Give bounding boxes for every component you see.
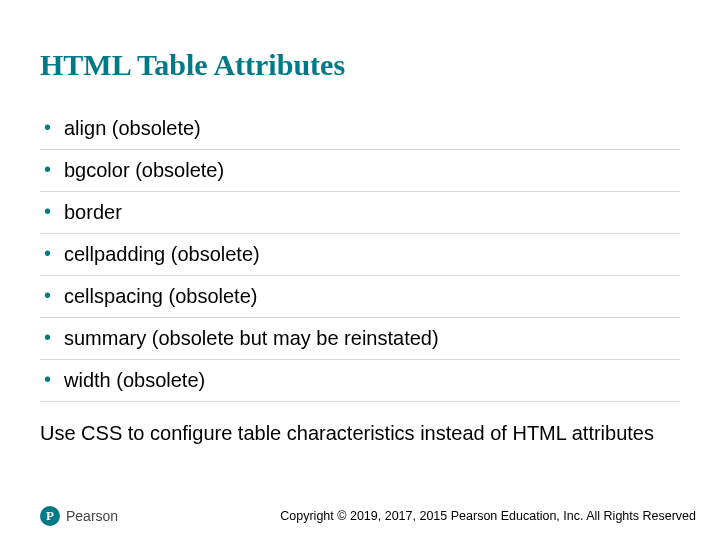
slide-title: HTML Table Attributes — [40, 48, 680, 82]
list-item: width (obsolete) — [40, 360, 680, 402]
note-text: Use CSS to configure table characteristi… — [40, 416, 680, 447]
list-item: summary (obsolete but may be reinstated) — [40, 318, 680, 360]
slide: HTML Table Attributes align (obsolete) b… — [0, 0, 720, 540]
brand-name: Pearson — [66, 508, 118, 524]
list-item: border — [40, 192, 680, 234]
bullet-list: align (obsolete) bgcolor (obsolete) bord… — [40, 108, 680, 402]
list-item: cellpadding (obsolete) — [40, 234, 680, 276]
pearson-logo-icon: P — [40, 506, 60, 526]
footer: P Pearson Copyright © 2019, 2017, 2015 P… — [40, 506, 696, 526]
list-item: align (obsolete) — [40, 108, 680, 150]
copyright-text: Copyright © 2019, 2017, 2015 Pearson Edu… — [280, 509, 696, 523]
list-item: cellspacing (obsolete) — [40, 276, 680, 318]
brand: P Pearson — [40, 506, 118, 526]
list-item: bgcolor (obsolete) — [40, 150, 680, 192]
